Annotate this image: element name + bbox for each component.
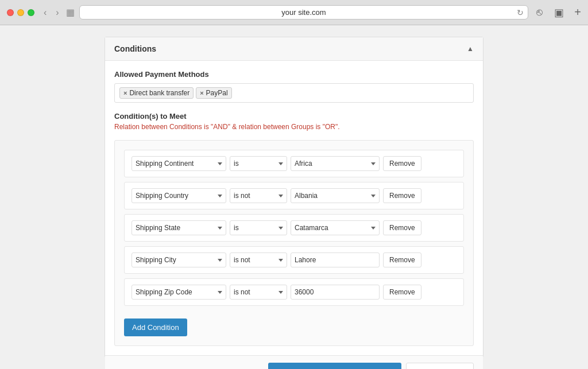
conditions-body: Allowed Payment Methods × Direct bank tr…	[105, 61, 483, 355]
forward-button[interactable]: ›	[53, 6, 61, 19]
condition-row-0: Shipping Continent Shipping Country Ship…	[124, 150, 464, 177]
condition-type-select-1[interactable]: Shipping Country Shipping Continent Ship…	[131, 188, 226, 203]
condition-row-1: Shipping Country Shipping Continent Ship…	[124, 182, 464, 209]
close-traffic-light[interactable]	[7, 9, 14, 16]
remove-button-0[interactable]: Remove	[383, 156, 421, 171]
traffic-lights	[7, 9, 34, 16]
allowed-payment-label: Allowed Payment Methods	[114, 70, 474, 79]
condition-operator-select-4[interactable]: is not is	[230, 285, 287, 300]
condition-operator-select-0[interactable]: is is not	[230, 156, 287, 171]
condition-value-select-1[interactable]: Albania Afghanistan Algeria	[291, 188, 380, 203]
share-button[interactable]: ⎋	[533, 5, 546, 20]
remove-paypal-icon[interactable]: ×	[200, 90, 203, 96]
condition-value-input-3[interactable]	[291, 253, 380, 267]
condition-row-2: Shipping State Shipping Continent Shippi…	[124, 214, 464, 242]
conditions-to-meet-label: Condition(s) to Meet	[114, 112, 474, 121]
condition-type-select-3[interactable]: Shipping City Shipping Continent Shippin…	[131, 253, 226, 267]
reload-icon[interactable]: ↻	[517, 8, 524, 17]
main-panel: Conditions ▲ Allowed Payment Methods × D…	[105, 37, 483, 358]
payment-methods-field: × Direct bank transfer × PayPal	[114, 83, 474, 103]
condition-row-3: Shipping City Shipping Continent Shippin…	[124, 246, 464, 274]
condition-operator-select-2[interactable]: is is not	[230, 220, 287, 235]
condition-operator-select-3[interactable]: is not is	[230, 253, 287, 267]
panel-footer: Add an Alternative Condition Group Remov…	[105, 355, 483, 369]
tag-paypal: × PayPal	[196, 87, 231, 99]
tag-direct-bank: × Direct bank transfer	[119, 87, 194, 99]
collapse-arrow-icon[interactable]: ▲	[467, 45, 474, 53]
add-alternative-group-button[interactable]: Add an Alternative Condition Group	[268, 363, 401, 369]
remove-button-2[interactable]: Remove	[383, 220, 421, 235]
condition-operator-select-1[interactable]: is not is	[230, 188, 287, 203]
condition-type-select-4[interactable]: Shipping Zip Code Shipping Continent Shi…	[131, 285, 226, 300]
add-condition-button[interactable]: Add Condition	[124, 318, 187, 336]
conditions-header: Conditions ▲	[105, 37, 483, 61]
browser-chrome: ‹ › ▦ your site.com ↻ ⎋ ▣ +	[0, 0, 588, 25]
condition-group-box: Shipping Continent Shipping Country Ship…	[114, 140, 474, 346]
new-tab-button[interactable]: +	[574, 6, 581, 19]
condition-value-select-0[interactable]: Africa Europe Asia Americas	[291, 156, 380, 171]
remove-button-4[interactable]: Remove	[383, 285, 421, 300]
remove-direct-bank-icon[interactable]: ×	[123, 90, 127, 96]
condition-type-select-2[interactable]: Shipping State Shipping Continent Shippi…	[131, 220, 226, 235]
new-window-button[interactable]: ▣	[551, 5, 567, 20]
tag-paypal-label: PayPal	[206, 89, 228, 97]
remove-group-button[interactable]: Remove Group	[406, 363, 474, 369]
url-bar[interactable]: your site.com	[79, 5, 529, 20]
condition-value-select-2[interactable]: Catamarca Buenos Aires Córdoba	[291, 220, 380, 235]
conditions-title: Conditions	[114, 44, 156, 53]
back-button[interactable]: ‹	[41, 6, 49, 19]
condition-value-input-4[interactable]	[291, 285, 380, 300]
page-content: Conditions ▲ Allowed Payment Methods × D…	[0, 25, 588, 369]
condition-row-4: Shipping Zip Code Shipping Continent Shi…	[124, 278, 464, 306]
condition-type-select-0[interactable]: Shipping Continent Shipping Country Ship…	[131, 156, 226, 171]
tag-direct-bank-label: Direct bank transfer	[129, 89, 189, 97]
maximize-traffic-light[interactable]	[28, 9, 34, 16]
sidebar-toggle-button[interactable]: ▦	[66, 7, 75, 18]
relation-note: Relation between Conditions is "AND" & r…	[114, 123, 474, 131]
remove-button-3[interactable]: Remove	[383, 253, 421, 267]
remove-button-1[interactable]: Remove	[383, 188, 421, 203]
url-bar-wrapper: your site.com ↻	[79, 5, 529, 20]
minimize-traffic-light[interactable]	[17, 9, 24, 16]
